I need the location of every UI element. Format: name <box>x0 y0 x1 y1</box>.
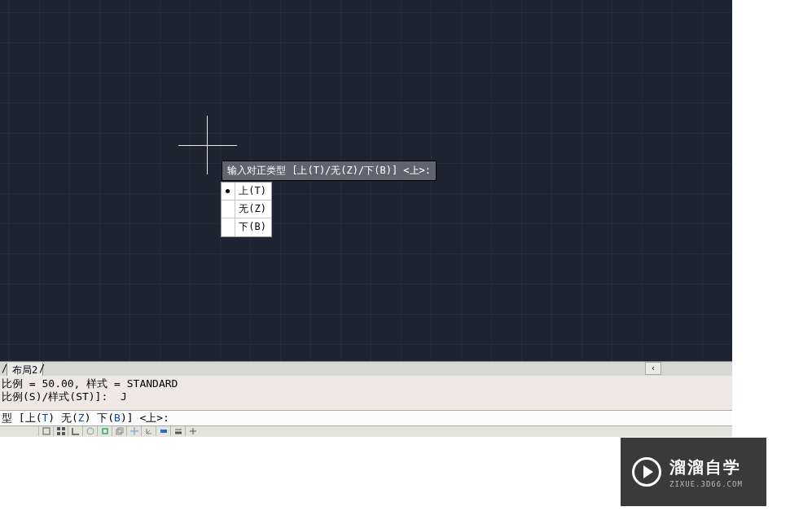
option-bottom[interactable]: 下(B) <box>222 218 271 236</box>
status-bar <box>0 425 732 437</box>
grid-line <box>0 344 732 345</box>
selected-bullet-icon <box>226 189 230 193</box>
svg-rect-2 <box>62 427 65 430</box>
tooltip-text: 输入对正类型 [上(T)/无(Z)/下(B)] <上>: <box>227 165 431 176</box>
grid-line <box>0 42 732 43</box>
grid-line <box>702 0 703 362</box>
osnap-toggle-icon[interactable] <box>97 426 112 436</box>
grid-line <box>69 0 70 362</box>
grid-line <box>250 0 251 362</box>
arrow-icon: ‹ <box>651 364 656 372</box>
svg-rect-4 <box>62 432 65 435</box>
grid-line <box>39 0 40 362</box>
polar-toggle-icon[interactable] <box>82 426 97 436</box>
play-icon <box>632 457 661 487</box>
grid-line <box>0 223 732 224</box>
command-line: 比例(S)/样式(ST)]: J <box>2 390 731 403</box>
command-history: 比例 = 50.00, 样式 = STANDARD 比例(S)/样式(ST)]:… <box>0 376 732 410</box>
grid-line <box>310 0 311 362</box>
grid-line <box>8 0 9 362</box>
ducs-toggle-icon[interactable] <box>141 426 156 436</box>
svg-rect-11 <box>160 430 167 433</box>
grid-line <box>0 12 732 13</box>
snap-toggle-icon[interactable] <box>38 426 53 436</box>
svg-rect-8 <box>118 428 123 433</box>
grid-line <box>612 0 612 362</box>
grid-line <box>0 253 732 254</box>
grid-line <box>0 193 732 194</box>
svg-rect-6 <box>103 429 108 434</box>
grid-line <box>642 0 643 362</box>
svg-rect-3 <box>57 432 60 435</box>
svg-rect-0 <box>43 428 50 434</box>
grid-line <box>0 73 732 73</box>
option-label: 上(T) <box>239 185 266 196</box>
justify-options-menu: 上(T) 无(Z) 下(B) <box>221 182 272 237</box>
grid-line <box>0 103 732 104</box>
drawing-canvas[interactable]: 输入对正类型 [上(T)/无(Z)/下(B)] <上>: 上(T) 无(Z) 下… <box>0 0 732 362</box>
grid-line <box>582 0 582 362</box>
watermark-logo: 溜溜自学 ZIXUE.3D66.COM <box>621 438 766 506</box>
tab-edge-icon: / <box>39 363 45 374</box>
grid-line <box>401 0 402 362</box>
grid-line <box>491 0 492 362</box>
tpy-toggle-icon[interactable] <box>185 426 200 436</box>
svg-rect-7 <box>116 430 121 434</box>
lwt-toggle-icon[interactable] <box>170 426 185 436</box>
svg-point-5 <box>87 428 94 434</box>
grid-line <box>521 0 522 362</box>
option-label: 无(Z) <box>239 203 266 214</box>
option-zero[interactable]: 无(Z) <box>222 201 271 218</box>
layout-tab-bar: / 布局2 / <box>0 361 732 376</box>
option-label: 下(B) <box>239 221 266 232</box>
grid-line <box>129 0 130 362</box>
grid-line <box>99 0 100 362</box>
grid-line <box>0 284 732 284</box>
grid-line <box>461 0 462 362</box>
logo-main-text: 溜溜自学 <box>669 456 743 478</box>
grid-line <box>280 0 281 362</box>
grid-line <box>160 0 160 362</box>
dynamic-input-tooltip: 输入对正类型 [上(T)/无(Z)/下(B)] <上>: <box>222 161 437 181</box>
dyn-toggle-icon[interactable] <box>156 426 170 436</box>
command-line: 比例 = 50.00, 样式 = STANDARD <box>2 377 731 390</box>
option-top[interactable]: 上(T) <box>222 183 271 201</box>
grid-line <box>371 0 371 362</box>
ortho-toggle-icon[interactable] <box>68 426 82 436</box>
svg-rect-1 <box>57 427 60 430</box>
scroll-left-arrow[interactable]: ‹ <box>645 362 661 375</box>
osnap3d-toggle-icon[interactable] <box>112 426 126 436</box>
grid-line <box>431 0 432 362</box>
grid-line <box>220 0 221 362</box>
grid-line <box>0 133 732 134</box>
grid-line <box>551 0 552 362</box>
grid-line <box>340 0 341 362</box>
logo-sub-text: ZIXUE.3D66.COM <box>669 480 743 488</box>
grid-line <box>672 0 673 362</box>
otrack-toggle-icon[interactable] <box>126 426 141 436</box>
grid-toggle-icon[interactable] <box>53 426 68 436</box>
grid-line <box>190 0 191 362</box>
grid-line <box>0 314 732 315</box>
command-input[interactable]: 型 [上(T) 无(Z) 下(B)] <上>: <box>0 410 732 425</box>
